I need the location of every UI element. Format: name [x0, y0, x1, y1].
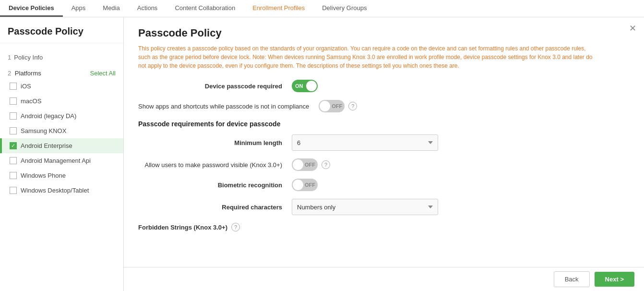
biometric-label: Biometric recognition [138, 182, 292, 189]
allow-visible-toggle[interactable]: OFF [292, 158, 318, 171]
required-chars-row: Required characters Numbers only Alphanu… [138, 199, 630, 215]
platforms-list: iOS macOS Android (legacy DA) Samsung KN… [0, 79, 123, 291]
platform-item-windows-phone[interactable]: Windows Phone [0, 168, 123, 183]
passcode-requirements-header: Passcode requirements for device passcod… [138, 120, 630, 128]
show-apps-toggle-label: OFF [332, 103, 342, 109]
biometric-row: Biometric recognition OFF [138, 179, 630, 191]
step-num-1: 1 [8, 54, 11, 61]
tab-device-policies[interactable]: Device Policies [0, 0, 63, 17]
biometric-knob [293, 180, 303, 190]
allow-visible-help-icon[interactable]: ? [322, 160, 330, 169]
minimum-length-row: Minimum length 6 4 8 10 [138, 134, 630, 151]
platform-item-android-legacy[interactable]: Android (legacy DA) [0, 109, 123, 123]
show-apps-help-icon[interactable]: ? [348, 102, 357, 110]
device-passcode-toggle-container: ON [292, 80, 318, 92]
device-passcode-toggle[interactable]: ON [292, 80, 318, 92]
tab-media[interactable]: Media [94, 0, 128, 17]
minimum-length-label: Minimum length [138, 139, 292, 146]
tab-content-collaboration[interactable]: Content Collaboration [166, 0, 244, 17]
back-button[interactable]: Back [554, 271, 590, 287]
platform-item-android-mgmt[interactable]: Android Management Api [0, 153, 123, 168]
platform-checkbox-macos[interactable] [10, 97, 17, 105]
allow-visible-row: Allow users to make password visible (Kn… [138, 158, 630, 171]
tab-enrollment-profiles[interactable]: Enrollment Profiles [244, 0, 313, 17]
main-layout: Passcode Policy 1 Policy Info 2 Platform… [0, 17, 644, 291]
content-area: ✕ Passcode Policy This policy creates a … [124, 17, 644, 267]
select-all-link[interactable]: Select All [90, 70, 116, 77]
platform-label-windows-desktop: Windows Desktop/Tablet [21, 187, 89, 194]
platforms-text: Platforms [15, 70, 41, 77]
sidebar-platforms-header: 2 Platforms Select All [0, 66, 123, 79]
show-apps-knob [320, 101, 330, 111]
platform-checkbox-android-enterprise[interactable] [10, 142, 17, 149]
tab-actions[interactable]: Actions [129, 0, 167, 17]
step-label-policy-info: Policy Info [14, 54, 43, 61]
platform-label-macos: macOS [21, 97, 41, 105]
allow-visible-label: Allow users to make password visible (Kn… [138, 161, 292, 169]
tab-delivery-groups[interactable]: Delivery Groups [313, 0, 375, 17]
forbidden-strings-row: Forbidden Strings (Knox 3.0+) ? [138, 223, 630, 231]
platform-checkbox-windows-phone[interactable] [10, 172, 17, 179]
platform-checkbox-ios[interactable] [10, 83, 17, 90]
content-description: This policy creates a passcode policy ba… [138, 44, 599, 70]
top-navigation: Device Policies Apps Media Actions Conte… [0, 0, 644, 17]
biometric-toggle[interactable]: OFF [292, 179, 318, 191]
platform-item-samsung-knox[interactable]: Samsung KNOX [0, 123, 123, 138]
platform-item-windows-desktop[interactable]: Windows Desktop/Tablet [0, 183, 123, 198]
footer: Back Next > [124, 267, 644, 291]
allow-visible-toggle-label: OFF [305, 162, 315, 168]
show-apps-row: Show apps and shortcuts while passcode i… [138, 100, 630, 112]
platform-label-ios: iOS [21, 83, 31, 90]
allow-visible-knob [293, 159, 303, 170]
platform-checkbox-android-mgmt[interactable] [10, 157, 17, 164]
close-button[interactable]: ✕ [629, 23, 636, 34]
forbidden-strings-label: Forbidden Strings (Knox 3.0+) [138, 224, 227, 231]
sidebar-steps: 1 Policy Info 2 Platforms Select All [0, 43, 123, 79]
device-passcode-label: Device passcode required [138, 83, 292, 90]
platform-label-android-legacy: Android (legacy DA) [21, 112, 76, 120]
platforms-step-num: 2 [8, 70, 11, 77]
platform-item-macos[interactable]: macOS [0, 94, 123, 109]
next-button[interactable]: Next > [595, 272, 634, 287]
platform-checkbox-windows-desktop[interactable] [10, 187, 17, 194]
toggle-knob [306, 81, 317, 91]
show-apps-toggle[interactable]: OFF [319, 100, 345, 112]
platform-item-android-enterprise[interactable]: Android Enterprise [0, 138, 123, 153]
platform-label-android-enterprise: Android Enterprise [21, 142, 72, 149]
toggle-on-label: ON [295, 83, 303, 89]
platform-item-ios[interactable]: iOS [0, 79, 123, 94]
allow-visible-toggle-container: OFF ? [292, 158, 330, 171]
required-chars-select[interactable]: Numbers only Alphanumeric Letters only A… [292, 199, 438, 215]
show-apps-label: Show apps and shortcuts while passcode i… [138, 103, 319, 110]
platforms-step-label: 2 Platforms [8, 70, 41, 77]
platform-checkbox-samsung-knox[interactable] [10, 127, 17, 134]
tab-apps[interactable]: Apps [63, 0, 95, 17]
sidebar-title: Passcode Policy [0, 17, 123, 43]
biometric-toggle-container: OFF [292, 179, 318, 191]
platform-checkbox-android-legacy[interactable] [10, 112, 17, 120]
platform-label-samsung-knox: Samsung KNOX [21, 127, 66, 134]
platform-label-windows-phone: Windows Phone [21, 172, 66, 179]
show-apps-toggle-container: OFF ? [319, 100, 357, 112]
sidebar-step-policy-info[interactable]: 1 Policy Info [0, 49, 123, 66]
content-title: Passcode Policy [138, 27, 630, 39]
required-chars-label: Required characters [138, 204, 292, 211]
sidebar: Passcode Policy 1 Policy Info 2 Platform… [0, 17, 124, 291]
device-passcode-row: Device passcode required ON [138, 80, 630, 92]
forbidden-strings-help-icon[interactable]: ? [231, 223, 240, 231]
minimum-length-select[interactable]: 6 4 8 10 [292, 134, 438, 151]
biometric-toggle-label: OFF [305, 182, 315, 188]
platform-label-android-mgmt: Android Management Api [21, 157, 91, 164]
